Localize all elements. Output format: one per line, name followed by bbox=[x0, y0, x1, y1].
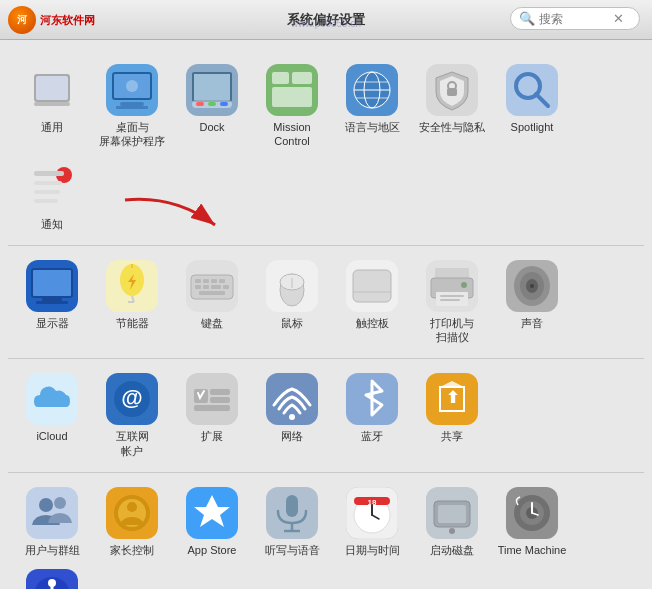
general-icon-img bbox=[26, 64, 78, 116]
icloud-label: iCloud bbox=[36, 429, 67, 443]
svg-rect-36 bbox=[34, 181, 62, 185]
trackpad-label: 触控板 bbox=[356, 316, 389, 330]
dictation-icon bbox=[266, 487, 318, 539]
svg-text:@: @ bbox=[121, 385, 142, 410]
pref-sound[interactable]: 声音 bbox=[492, 254, 572, 351]
sound-icon bbox=[506, 260, 558, 312]
notify-label: 通知 bbox=[41, 217, 63, 231]
pref-dictation[interactable]: 听写与语音 bbox=[252, 481, 332, 563]
trackpad-icon-img bbox=[346, 260, 398, 312]
appstore-label: App Store bbox=[188, 543, 237, 557]
dock-icon bbox=[186, 64, 238, 116]
parental-label: 家长控制 bbox=[110, 543, 154, 557]
pref-display[interactable]: 显示器 bbox=[12, 254, 92, 351]
pref-printer[interactable]: 打印机与扫描仪 bbox=[412, 254, 492, 351]
pref-network[interactable]: 网络 bbox=[252, 367, 332, 464]
pref-appstore[interactable]: App Store bbox=[172, 481, 252, 563]
users-label: 用户与群组 bbox=[25, 543, 80, 557]
keyboard-icon bbox=[186, 260, 238, 312]
pref-users[interactable]: 用户与群组 bbox=[12, 481, 92, 563]
pref-desktop[interactable]: 桌面与屏幕保护程序 bbox=[92, 58, 172, 155]
dock-label: Dock bbox=[199, 120, 224, 134]
users-icon-img bbox=[26, 487, 78, 539]
svg-rect-65 bbox=[353, 270, 391, 302]
pref-trackpad[interactable]: 触控板 bbox=[332, 254, 412, 351]
language-icon bbox=[346, 64, 398, 116]
dock-icon-img bbox=[186, 64, 238, 116]
display-icon-img bbox=[26, 260, 78, 312]
pref-energy[interactable]: 节能器 bbox=[92, 254, 172, 351]
pref-extensions[interactable]: 扩展 bbox=[172, 367, 252, 464]
printer-icon-img bbox=[426, 260, 478, 312]
icloud-icon bbox=[26, 373, 78, 425]
pref-spotlight[interactable]: Spotlight bbox=[492, 58, 572, 155]
svg-rect-37 bbox=[34, 190, 60, 194]
pref-parental[interactable]: 家长控制 bbox=[92, 481, 172, 563]
svg-point-95 bbox=[39, 498, 53, 512]
internet-label: 互联网帐户 bbox=[116, 429, 149, 458]
startup-icon-img bbox=[426, 487, 478, 539]
svg-point-90 bbox=[289, 414, 295, 420]
pref-timemachine[interactable]: Time Machine bbox=[492, 481, 572, 563]
pref-icloud[interactable]: iCloud bbox=[12, 367, 92, 464]
accessibility-icon bbox=[26, 569, 78, 589]
icloud-icon-img bbox=[26, 373, 78, 425]
sharing-icon: ⬆ bbox=[426, 373, 478, 425]
mission-icon-img bbox=[266, 64, 318, 116]
logo-icon: 河 bbox=[8, 6, 36, 34]
dictation-icon-img bbox=[266, 487, 318, 539]
svg-rect-54 bbox=[219, 279, 225, 283]
desktop-icon bbox=[106, 64, 158, 116]
printer-icon bbox=[426, 260, 478, 312]
sharing-label: 共享 bbox=[441, 429, 463, 443]
pref-mouse[interactable]: 鼠标 bbox=[252, 254, 332, 351]
pref-security[interactable]: 安全性与隐私 bbox=[412, 58, 492, 155]
search-input[interactable] bbox=[539, 12, 609, 26]
svg-rect-59 bbox=[199, 291, 225, 295]
pref-notify[interactable]: 通知 bbox=[12, 155, 92, 237]
svg-rect-30 bbox=[506, 64, 558, 116]
language-label: 语言与地区 bbox=[345, 120, 400, 134]
pref-startup[interactable]: 启动磁盘 bbox=[412, 481, 492, 563]
section-hardware: 显示器 节能器 bbox=[8, 246, 644, 360]
pref-sharing[interactable]: ⬆ 共享 bbox=[412, 367, 492, 464]
spotlight-icon-img bbox=[506, 64, 558, 116]
svg-rect-19 bbox=[292, 72, 312, 84]
notify-icon bbox=[26, 161, 78, 213]
energy-label: 节能器 bbox=[116, 316, 149, 330]
logo-text: 河东软件网 bbox=[40, 13, 95, 28]
mouse-icon-img bbox=[266, 260, 318, 312]
svg-rect-52 bbox=[203, 279, 209, 283]
internet-icon: @ bbox=[106, 373, 158, 425]
pref-bluetooth[interactable]: 蓝牙 bbox=[332, 367, 412, 464]
pref-datetime[interactable]: 18 日期与时间 bbox=[332, 481, 412, 563]
bluetooth-label: 蓝牙 bbox=[361, 429, 383, 443]
pref-internet[interactable]: @ 互联网帐户 bbox=[92, 367, 172, 464]
startup-label: 启动磁盘 bbox=[430, 543, 474, 557]
datetime-icon-img: 18 bbox=[346, 487, 398, 539]
timemachine-label: Time Machine bbox=[498, 543, 567, 557]
svg-rect-41 bbox=[33, 270, 71, 296]
pref-keyboard[interactable]: 键盘 bbox=[172, 254, 252, 351]
svg-rect-42 bbox=[42, 298, 62, 301]
pref-mission[interactable]: MissionControl bbox=[252, 58, 332, 155]
svg-rect-53 bbox=[211, 279, 217, 283]
pref-accessibility[interactable]: 辅助功能 bbox=[12, 563, 92, 589]
appstore-icon-img bbox=[186, 487, 238, 539]
datetime-label: 日期与时间 bbox=[345, 543, 400, 557]
svg-point-115 bbox=[449, 528, 455, 534]
pref-language[interactable]: 语言与地区 bbox=[332, 58, 412, 155]
svg-rect-43 bbox=[36, 301, 68, 304]
svg-rect-56 bbox=[203, 285, 209, 289]
search-clear-icon[interactable]: ✕ bbox=[613, 11, 624, 26]
search-box[interactable]: 🔍 ✕ bbox=[510, 7, 640, 30]
startup-icon bbox=[426, 487, 478, 539]
bluetooth-icon-img bbox=[346, 373, 398, 425]
section-system: 用户与群组 家长控制 App St bbox=[8, 473, 644, 589]
mouse-label: 鼠标 bbox=[281, 316, 303, 330]
pref-dock[interactable]: Dock bbox=[172, 58, 252, 155]
spotlight-icon bbox=[506, 64, 558, 116]
pref-general[interactable]: 通用 bbox=[12, 58, 92, 155]
timemachine-icon bbox=[506, 487, 558, 539]
svg-rect-35 bbox=[34, 171, 64, 176]
